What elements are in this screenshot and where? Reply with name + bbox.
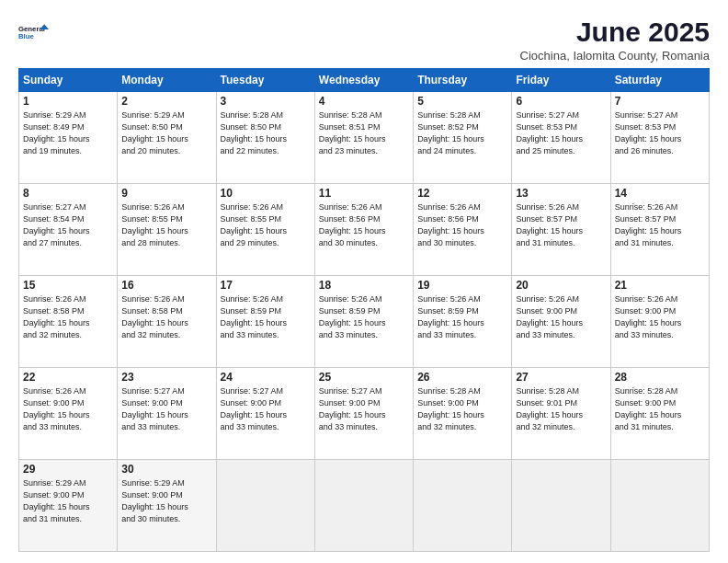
cell-week4-3: 25Sunrise: 5:27 AMSunset: 9:00 PMDayligh… bbox=[314, 368, 413, 460]
logo-svg: General Blue bbox=[18, 17, 50, 48]
main-title: June 2025 bbox=[520, 17, 710, 47]
cell-week2-1: 9Sunrise: 5:26 AMSunset: 8:55 PMDaylight… bbox=[118, 184, 216, 276]
calendar-week-5: 29Sunrise: 5:29 AMSunset: 9:00 PMDayligh… bbox=[19, 460, 710, 552]
cell-week4-1: 23Sunrise: 5:27 AMSunset: 9:00 PMDayligh… bbox=[118, 368, 216, 460]
cell-week3-1: 16Sunrise: 5:26 AMSunset: 8:58 PMDayligh… bbox=[118, 276, 216, 368]
cell-week4-2: 24Sunrise: 5:27 AMSunset: 9:00 PMDayligh… bbox=[216, 368, 314, 460]
calendar-week-4: 22Sunrise: 5:26 AMSunset: 9:00 PMDayligh… bbox=[19, 368, 710, 460]
cell-week4-5: 27Sunrise: 5:28 AMSunset: 9:01 PMDayligh… bbox=[512, 368, 610, 460]
cell-week1-4: 5Sunrise: 5:28 AMSunset: 8:52 PMDaylight… bbox=[414, 92, 512, 184]
col-wednesday: Wednesday bbox=[314, 69, 413, 92]
cell-week2-4: 12Sunrise: 5:26 AMSunset: 8:56 PMDayligh… bbox=[414, 184, 512, 276]
cell-week3-0: 15Sunrise: 5:26 AMSunset: 8:58 PMDayligh… bbox=[19, 276, 118, 368]
cell-week1-2: 3Sunrise: 5:28 AMSunset: 8:50 PMDaylight… bbox=[216, 92, 314, 184]
cell-week5-4 bbox=[414, 460, 512, 552]
cell-week4-4: 26Sunrise: 5:28 AMSunset: 9:00 PMDayligh… bbox=[414, 368, 512, 460]
cell-week1-1: 2Sunrise: 5:29 AMSunset: 8:50 PMDaylight… bbox=[118, 92, 216, 184]
col-sunday: Sunday bbox=[19, 69, 118, 92]
cell-week2-3: 11Sunrise: 5:26 AMSunset: 8:56 PMDayligh… bbox=[314, 184, 413, 276]
cell-week5-5 bbox=[512, 460, 610, 552]
cell-week5-3 bbox=[314, 460, 413, 552]
col-monday: Monday bbox=[118, 69, 216, 92]
cell-week3-6: 21Sunrise: 5:26 AMSunset: 9:00 PMDayligh… bbox=[610, 276, 709, 368]
calendar-table: Sunday Monday Tuesday Wednesday Thursday… bbox=[18, 68, 710, 552]
svg-text:Blue: Blue bbox=[18, 32, 35, 40]
title-block: June 2025 Ciochina, Ialomita County, Rom… bbox=[520, 17, 710, 63]
cell-week1-6: 7Sunrise: 5:27 AMSunset: 8:53 PMDaylight… bbox=[610, 92, 709, 184]
header: General Blue June 2025 Ciochina, Ialomit… bbox=[18, 17, 710, 63]
calendar-header-row: Sunday Monday Tuesday Wednesday Thursday… bbox=[19, 69, 710, 92]
cell-week4-0: 22Sunrise: 5:26 AMSunset: 9:00 PMDayligh… bbox=[19, 368, 118, 460]
cell-week3-4: 19Sunrise: 5:26 AMSunset: 8:59 PMDayligh… bbox=[414, 276, 512, 368]
cell-week2-0: 8Sunrise: 5:27 AMSunset: 8:54 PMDaylight… bbox=[19, 184, 118, 276]
cell-week5-6 bbox=[610, 460, 709, 552]
col-tuesday: Tuesday bbox=[216, 69, 314, 92]
cell-week5-1: 30Sunrise: 5:29 AMSunset: 9:00 PMDayligh… bbox=[118, 460, 216, 552]
cell-week2-2: 10Sunrise: 5:26 AMSunset: 8:55 PMDayligh… bbox=[216, 184, 314, 276]
col-thursday: Thursday bbox=[414, 69, 512, 92]
cell-week2-5: 13Sunrise: 5:26 AMSunset: 8:57 PMDayligh… bbox=[512, 184, 610, 276]
subtitle: Ciochina, Ialomita County, Romania bbox=[520, 49, 710, 63]
cell-week2-6: 14Sunrise: 5:26 AMSunset: 8:57 PMDayligh… bbox=[610, 184, 709, 276]
cell-week3-3: 18Sunrise: 5:26 AMSunset: 8:59 PMDayligh… bbox=[314, 276, 413, 368]
calendar-week-1: 1Sunrise: 5:29 AMSunset: 8:49 PMDaylight… bbox=[19, 92, 710, 184]
logo: General Blue bbox=[18, 17, 50, 48]
calendar-week-3: 15Sunrise: 5:26 AMSunset: 8:58 PMDayligh… bbox=[19, 276, 710, 368]
cell-week3-5: 20Sunrise: 5:26 AMSunset: 9:00 PMDayligh… bbox=[512, 276, 610, 368]
cell-week5-0: 29Sunrise: 5:29 AMSunset: 9:00 PMDayligh… bbox=[19, 460, 118, 552]
col-friday: Friday bbox=[512, 69, 610, 92]
cell-week4-6: 28Sunrise: 5:28 AMSunset: 9:00 PMDayligh… bbox=[610, 368, 709, 460]
page: General Blue June 2025 Ciochina, Ialomit… bbox=[0, 0, 728, 563]
col-saturday: Saturday bbox=[610, 69, 709, 92]
cell-week1-5: 6Sunrise: 5:27 AMSunset: 8:53 PMDaylight… bbox=[512, 92, 610, 184]
cell-week5-2 bbox=[216, 460, 314, 552]
cell-week3-2: 17Sunrise: 5:26 AMSunset: 8:59 PMDayligh… bbox=[216, 276, 314, 368]
cell-week1-sun: 1Sunrise: 5:29 AMSunset: 8:49 PMDaylight… bbox=[19, 92, 118, 184]
cell-week1-3: 4Sunrise: 5:28 AMSunset: 8:51 PMDaylight… bbox=[314, 92, 413, 184]
calendar-week-2: 8Sunrise: 5:27 AMSunset: 8:54 PMDaylight… bbox=[19, 184, 710, 276]
